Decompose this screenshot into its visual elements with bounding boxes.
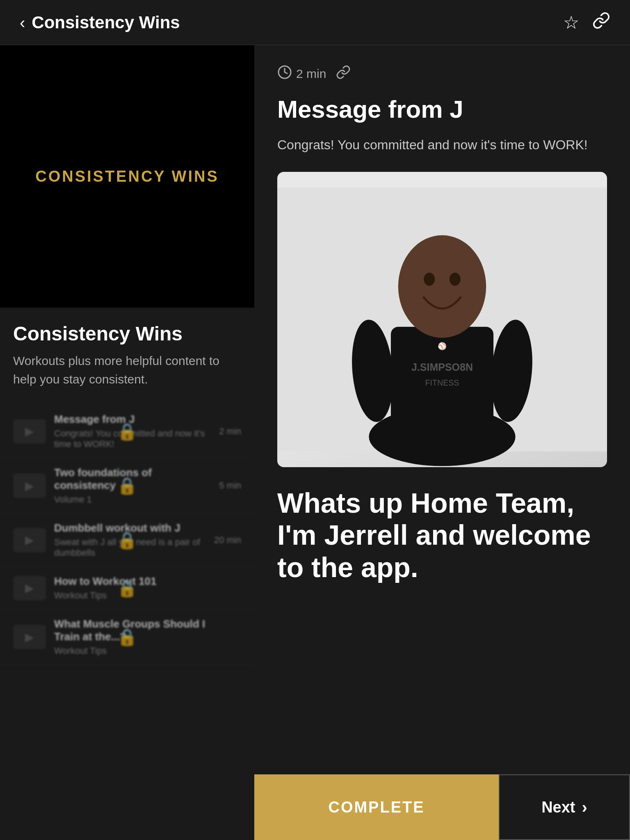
duration-meta: 2 min [277, 65, 326, 83]
lesson-info: How to Workout 101 Workout Tips [46, 575, 241, 601]
svg-text:⚾: ⚾ [438, 342, 447, 351]
header: ‹ Consistency Wins ☆ [0, 0, 630, 45]
complete-button[interactable]: COMPLETE [254, 774, 499, 840]
lesson-thumbnail: ▶ [13, 625, 46, 649]
share-link-icon[interactable] [592, 11, 610, 34]
lesson-desc: Workout Tips [54, 590, 233, 601]
list-item[interactable]: ▶ Message from J Congrats! You committed… [0, 405, 254, 458]
lesson-thumbnail: ▶ [13, 576, 46, 600]
lesson-duration: 20 min [214, 535, 241, 546]
content-body: Congrats! You committed and now it's tim… [277, 135, 607, 155]
lock-icon: 🔒 [117, 530, 137, 550]
welcome-text: Whats up Home Team, I'm Jerrell and welc… [277, 487, 607, 583]
video-overlay-title: CONSISTENCY WINS [35, 168, 219, 185]
bookmark-icon[interactable]: ☆ [563, 12, 579, 33]
link-icon [336, 65, 351, 83]
back-button[interactable]: ‹ [20, 14, 25, 31]
next-button[interactable]: Next › [499, 774, 630, 840]
clock-icon [277, 65, 292, 83]
list-item[interactable]: ▶ Two foundations of consistency Volume … [0, 458, 254, 514]
video-thumbnail[interactable]: CONSISTENCY WINS [0, 45, 254, 308]
lock-icon: 🔒 [117, 628, 137, 647]
lesson-desc: Volume 1 [54, 494, 211, 505]
lesson-duration: 2 min [219, 426, 241, 437]
lesson-name: What Muscle Groups Should I Train at the… [54, 618, 233, 643]
svg-point-7 [398, 235, 486, 338]
header-icons: ☆ [563, 11, 610, 34]
header-left: ‹ Consistency Wins [20, 13, 180, 32]
lesson-duration: 5 min [219, 480, 241, 491]
lesson-desc: Workout Tips [54, 646, 233, 656]
lock-icon: 🔒 [117, 578, 137, 598]
lesson-thumbnail: ▶ [13, 528, 46, 552]
content-meta: 2 min [277, 65, 607, 83]
lesson-thumbnail: ▶ [13, 419, 46, 444]
course-description: Workouts plus more helpful content to he… [13, 352, 241, 388]
lesson-list: ▶ Message from J Congrats! You committed… [0, 398, 254, 671]
svg-point-9 [450, 273, 461, 286]
list-item[interactable]: ▶ Dumbbell workout with J Sweat with J a… [0, 514, 254, 567]
lock-icon: 🔒 [117, 422, 137, 441]
trainer-image: J.SIMPSO8N FITNESS ⚾ [277, 172, 607, 467]
list-item[interactable]: ▶ What Muscle Groups Should I Train at t… [0, 609, 254, 665]
bottom-buttons: COMPLETE Next › [254, 774, 630, 840]
svg-text:J.SIMPSO8N: J.SIMPSO8N [411, 361, 473, 373]
content-heading: Message from J [277, 96, 607, 123]
duration-label: 2 min [296, 67, 326, 81]
course-title: Consistency Wins [13, 322, 241, 345]
left-panel: CONSISTENCY WINS Consistency Wins Workou… [0, 45, 254, 671]
header-title: Consistency Wins [32, 13, 180, 32]
svg-point-8 [424, 273, 435, 286]
lesson-info: What Muscle Groups Should I Train at the… [46, 618, 241, 656]
lesson-name: How to Workout 101 [54, 575, 233, 588]
list-item[interactable]: ▶ How to Workout 101 Workout Tips 🔒 [0, 567, 254, 609]
course-info: Consistency Wins Workouts plus more help… [0, 308, 254, 398]
next-arrow-icon: › [582, 798, 587, 817]
lock-icon: 🔒 [117, 476, 137, 495]
right-panel: 2 min Message from J Congrats! You commi… [254, 45, 630, 840]
lesson-thumbnail: ▶ [13, 473, 46, 498]
link-meta[interactable] [336, 65, 351, 83]
next-label: Next [541, 799, 575, 816]
main-content: CONSISTENCY WINS Consistency Wins Workou… [0, 45, 630, 840]
svg-text:FITNESS: FITNESS [425, 378, 459, 387]
